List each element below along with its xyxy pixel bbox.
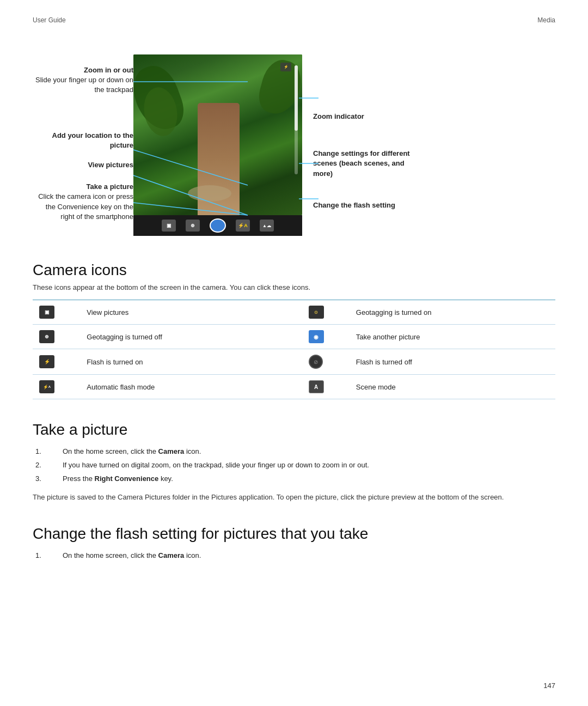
label-cell: View pictures: [80, 300, 302, 325]
label-take: Take a picture Click the camera icon or …: [33, 182, 133, 222]
geotagging-on-icon: ⊙: [309, 306, 324, 319]
view-pictures-icon: ▣: [39, 306, 54, 319]
label-cell: Scene mode: [350, 375, 555, 399]
scene-mode-icon: A: [309, 380, 324, 393]
header-right: Media: [537, 16, 555, 24]
label-cell: Take another picture: [350, 325, 555, 349]
step-text: On the home screen, click the Camera ico…: [63, 550, 555, 562]
list-item: 3. Press the Right Convenience key.: [33, 473, 555, 485]
camera-image: ⚡ ▣ ⊕ ⚡A ▲☁: [133, 54, 302, 234]
table-row: ⚡A Automatic flash mode A Scene mode: [33, 375, 555, 399]
icon-cell: ▣: [33, 300, 80, 325]
label-change-flash: Change the flash setting: [313, 200, 422, 210]
label-cell: Automatic flash mode: [80, 375, 302, 399]
label-take-bold: Take a picture: [33, 182, 133, 192]
label-zoom-bold: Zoom in or out: [33, 65, 133, 75]
flash-on-icon: ⚡: [39, 355, 54, 368]
label-cell: Flash is turned on: [80, 349, 302, 375]
step-text: Press the Right Convenience key.: [63, 473, 555, 485]
label-location: Add your location to the picture: [33, 131, 133, 150]
table-row: ▣ View pictures ⊙ Geotagging is turned o…: [33, 300, 555, 325]
camera-icons-title: Camera icons: [33, 261, 555, 279]
label-cell: Flash is turned off: [350, 349, 555, 375]
label-change-settings-bold: Change settings for different scenes (be…: [313, 149, 422, 179]
auto-flash-icon: ⚡A: [39, 380, 54, 393]
step-text: On the home screen, click the Camera ico…: [63, 446, 555, 458]
icon-cell: ⚡: [33, 349, 80, 375]
step-number: 3.: [33, 473, 63, 485]
left-labels: Zoom in or out Slide your finger up or d…: [33, 54, 133, 222]
label-cell: Geotagging is turned off: [80, 325, 302, 349]
geotagging-off-icon: ⊕: [39, 330, 54, 343]
label-zoom-indicator-bold: Zoom indicator: [313, 112, 422, 121]
camera-icons-subtitle: These icons appear at the bottom of the …: [33, 283, 555, 291]
label-change-flash-bold: Change the flash setting: [313, 200, 422, 210]
label-take-text: Click the camera icon or press the Conve…: [38, 192, 133, 220]
camera-toolbar: ▣ ⊕ ⚡A ▲☁: [133, 215, 302, 236]
page-number: 147: [543, 681, 555, 690]
label-zoom-text: Slide your finger up or down on the trac…: [35, 76, 133, 94]
change-flash-steps: 1. On the home screen, click the Camera …: [33, 550, 555, 562]
list-item: 1. On the home screen, click the Camera …: [33, 550, 555, 562]
icon-cell: ⚡A: [33, 375, 80, 399]
step-number: 2.: [33, 460, 63, 471]
camera-photo: ⚡: [133, 54, 302, 215]
icon-cell: ⊙: [302, 300, 350, 325]
icons-table: ▣ View pictures ⊙ Geotagging is turned o…: [33, 300, 555, 399]
label-zoom-indicator: Zoom indicator: [313, 112, 422, 121]
table-row: ⚡ Flash is turned on ⊘ Flash is turned o…: [33, 349, 555, 375]
header-left: User Guide: [33, 16, 66, 24]
step-number: 1.: [33, 446, 63, 458]
toolbar-capture-icon: [210, 218, 226, 233]
take-picture-section: Take a picture 1. On the home screen, cl…: [33, 421, 555, 503]
label-change-settings: Change settings for different scenes (be…: [313, 149, 422, 179]
change-flash-title: Change the flash setting for pictures th…: [33, 525, 555, 543]
label-cell: Geotagging is turned on: [350, 300, 555, 325]
table-row: ⊕ Geotagging is turned off ◉ Take anothe…: [33, 325, 555, 349]
step-number: 1.: [33, 550, 63, 562]
list-item: 2. If you have turned on digital zoom, o…: [33, 460, 555, 471]
label-zoom: Zoom in or out Slide your finger up or d…: [33, 65, 133, 95]
right-labels: Zoom indicator Change settings for diffe…: [313, 54, 422, 227]
flash-off-icon: ⊘: [309, 355, 323, 369]
camera-diagram: Zoom in or out Slide your finger up or d…: [33, 54, 555, 234]
take-another-icon: ◉: [309, 330, 324, 343]
take-picture-paragraph: The picture is saved to the Camera Pictu…: [33, 492, 555, 503]
list-item: 1. On the home screen, click the Camera …: [33, 446, 555, 458]
icon-cell: A: [302, 375, 350, 399]
label-view-bold: View pictures: [33, 160, 133, 170]
icon-cell: ◉: [302, 325, 350, 349]
camera-icons-section: Camera icons These icons appear at the b…: [33, 261, 555, 399]
step-text: If you have turned on digital zoom, on t…: [63, 460, 555, 471]
change-flash-section: Change the flash setting for pictures th…: [33, 525, 555, 562]
toolbar-scene-icon: ▲☁: [260, 220, 274, 232]
toolbar-geo-icon: ⊕: [186, 220, 200, 232]
icon-cell: ⊘: [302, 349, 350, 375]
label-location-bold: Add your location to the picture: [33, 131, 133, 150]
take-picture-title: Take a picture: [33, 421, 555, 439]
take-picture-steps: 1. On the home screen, click the Camera …: [33, 446, 555, 484]
label-view: View pictures: [33, 160, 133, 170]
toolbar-view-icon: ▣: [162, 220, 176, 232]
toolbar-flash-icon: ⚡A: [236, 220, 250, 232]
icon-cell: ⊕: [33, 325, 80, 349]
